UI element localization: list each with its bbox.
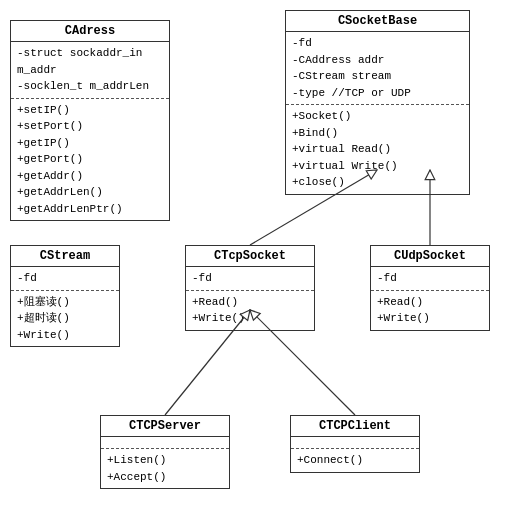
ctcpclient-box: CTCPClient +Connect() (290, 415, 420, 473)
cadress-attributes: -struct sockaddr_in m_addr -socklen_t m_… (11, 42, 169, 99)
cadress-box: CAdress -struct sockaddr_in m_addr -sock… (10, 20, 170, 221)
cudpsocket-attributes: -fd (371, 267, 489, 291)
uml-diagram: CAdress -struct sockaddr_in m_addr -sock… (0, 0, 515, 526)
ctcpsocket-title: CTcpSocket (186, 246, 314, 267)
ctcpserver-methods: +Listen() +Accept() (101, 449, 229, 488)
cadress-title: CAdress (11, 21, 169, 42)
csocketbase-methods: +Socket() +Bind() +virtual Read() +virtu… (286, 105, 469, 194)
cstream-box: CStream -fd +阻塞读() +超时读() +Write() (10, 245, 120, 347)
cstream-methods: +阻塞读() +超时读() +Write() (11, 291, 119, 347)
csocketbase-box: CSocketBase -fd -CAddress addr -CStream … (285, 10, 470, 195)
ctcpserver-box: CTCPServer +Listen() +Accept() (100, 415, 230, 489)
cudpsocket-box: CUdpSocket -fd +Read() +Write() (370, 245, 490, 331)
cstream-title: CStream (11, 246, 119, 267)
ctcpclient-methods: +Connect() (291, 449, 419, 472)
cudpsocket-methods: +Read() +Write() (371, 291, 489, 330)
cstream-attributes: -fd (11, 267, 119, 291)
csocketbase-title: CSocketBase (286, 11, 469, 32)
ctcpserver-title: CTCPServer (101, 416, 229, 437)
csocketbase-attributes: -fd -CAddress addr -CStream stream -type… (286, 32, 469, 105)
ctcpclient-attributes (291, 437, 419, 449)
ctcpsocket-attributes: -fd (186, 267, 314, 291)
ctcpsocket-methods: +Read() +Write() (186, 291, 314, 330)
cudpsocket-title: CUdpSocket (371, 246, 489, 267)
ctcpsocket-box: CTcpSocket -fd +Read() +Write() (185, 245, 315, 331)
ctcpclient-title: CTCPClient (291, 416, 419, 437)
cadress-methods: +setIP() +setPort() +getIP() +getPort() … (11, 99, 169, 221)
ctcpserver-attributes (101, 437, 229, 449)
